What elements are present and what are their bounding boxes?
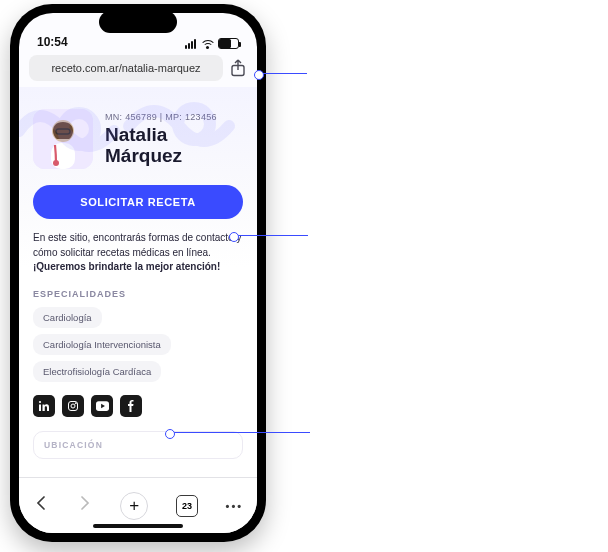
page-content: MN: 456789 | MP: 123456 Natalia Márquez …: [19, 87, 257, 477]
instagram-icon[interactable]: [62, 395, 84, 417]
linkedin-icon[interactable]: [33, 395, 55, 417]
facebook-icon[interactable]: [120, 395, 142, 417]
more-icon[interactable]: •••: [226, 500, 244, 512]
new-tab-button[interactable]: +: [120, 492, 148, 520]
home-indicator: [93, 524, 183, 528]
tabs-count: 23: [182, 501, 192, 511]
license-numbers: MN: 456789 | MP: 123456: [105, 112, 217, 122]
svg-rect-8: [39, 404, 41, 411]
forward-icon[interactable]: [77, 495, 93, 516]
annotation-url: [259, 73, 321, 74]
cellular-signal-icon: [185, 39, 196, 49]
speciality-chips: Cardiología Cardiología Intervencionista…: [33, 307, 243, 382]
intro-text: En este sitio, encontrarás formas de con…: [33, 231, 243, 275]
svg-point-9: [39, 400, 41, 402]
youtube-icon[interactable]: [91, 395, 113, 417]
url-text: receto.com.ar/natalia-marquez: [51, 62, 200, 74]
specialities-heading: ESPECIALIDADES: [33, 289, 243, 299]
tabs-button[interactable]: 23: [176, 495, 198, 517]
battery-icon: [218, 38, 239, 49]
status-time: 10:54: [37, 35, 68, 49]
annotation-socials: [170, 432, 324, 433]
avatar: [33, 109, 93, 169]
back-icon[interactable]: [33, 495, 49, 516]
svg-point-6: [53, 160, 59, 166]
svg-point-11: [71, 404, 75, 408]
share-icon[interactable]: [229, 57, 247, 79]
annotation-cta: [234, 235, 322, 236]
speciality-chip: Cardiología Intervencionista: [33, 334, 171, 355]
safari-toolbar: + 23 •••: [19, 477, 257, 533]
social-links: [33, 395, 243, 417]
speciality-chip: Cardiología: [33, 307, 102, 328]
speciality-chip: Electrofisiología Cardíaca: [33, 361, 161, 382]
url-field[interactable]: receto.com.ar/natalia-marquez: [29, 55, 223, 81]
svg-point-12: [75, 402, 76, 403]
location-heading: UBICACIÓN: [44, 440, 232, 450]
request-prescription-button[interactable]: SOLICITAR RECETA: [33, 185, 243, 219]
dynamic-island: [99, 11, 177, 33]
wifi-icon: [200, 39, 214, 49]
doctor-name: Natalia Márquez: [105, 124, 217, 167]
phone-screen: 10:54 receto.com.ar/natalia-marquez: [19, 13, 257, 533]
browser-url-bar: receto.com.ar/natalia-marquez: [19, 51, 257, 87]
location-card: UBICACIÓN: [33, 431, 243, 459]
phone-frame: 10:54 receto.com.ar/natalia-marquez: [10, 4, 266, 542]
